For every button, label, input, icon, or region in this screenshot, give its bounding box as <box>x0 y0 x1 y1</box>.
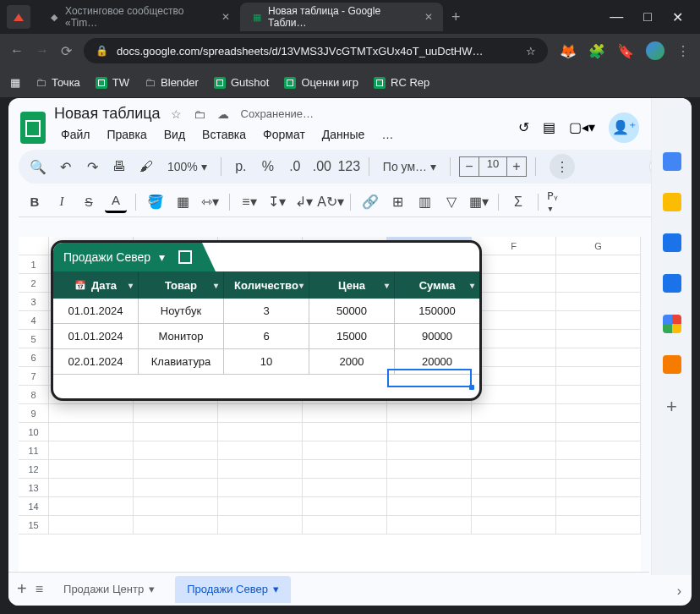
text-color-icon[interactable]: A <box>105 191 127 213</box>
row-number[interactable]: 6 <box>19 348 49 367</box>
cell[interactable] <box>303 460 387 479</box>
browser-tab-active[interactable]: ▦ Новая таблица - Google Табли… ✕ <box>240 3 443 31</box>
chevron-down-icon[interactable]: ▾ <box>385 281 389 290</box>
table-cell[interactable]: 3 <box>224 299 309 324</box>
borders-icon[interactable]: ▦ <box>172 191 194 213</box>
cell[interactable] <box>472 516 556 535</box>
cell[interactable] <box>303 516 387 535</box>
chevron-down-icon[interactable]: ▾ <box>299 281 304 290</box>
cell[interactable] <box>556 423 641 441</box>
font-size-increase[interactable]: + <box>506 156 527 177</box>
chevron-down-icon[interactable]: ▾ <box>214 281 218 290</box>
row-number[interactable]: 12 <box>19 460 49 479</box>
create-filter-icon[interactable]: ▽ <box>440 191 462 213</box>
close-window-icon[interactable]: ✕ <box>672 9 683 25</box>
currency-format-icon[interactable]: р. <box>230 156 252 178</box>
cell[interactable] <box>387 460 472 479</box>
bookmark-item[interactable]: RC Rep <box>374 76 429 89</box>
cloud-status-icon[interactable]: ☁ <box>217 107 229 121</box>
row-number[interactable]: 2 <box>19 274 49 293</box>
cell[interactable] <box>387 404 472 423</box>
row-number[interactable]: 5 <box>19 330 49 348</box>
cell[interactable] <box>134 497 218 516</box>
cell[interactable] <box>49 497 134 516</box>
table-cell[interactable]: 90000 <box>395 324 479 349</box>
menu-file[interactable]: Файл <box>54 124 96 145</box>
cell[interactable] <box>49 404 134 423</box>
cell[interactable] <box>472 293 556 311</box>
star-icon[interactable]: ☆ <box>526 45 536 58</box>
chevron-down-icon[interactable]: ▾ <box>159 250 165 264</box>
menu-format[interactable]: Формат <box>256 124 312 145</box>
menu-insert[interactable]: Вставка <box>195 124 253 145</box>
column-header[interactable]: G <box>556 237 641 255</box>
get-addons-icon[interactable]: + <box>666 396 677 418</box>
bookmark-icon[interactable]: 🔖 <box>617 43 634 59</box>
bookmark-item[interactable]: 🗀Blender <box>145 76 199 89</box>
cell[interactable] <box>387 423 472 441</box>
menu-edit[interactable]: Правка <box>100 124 153 145</box>
cell[interactable] <box>303 479 387 497</box>
cell[interactable] <box>472 386 556 404</box>
table-cell[interactable]: 01.01.2024 <box>53 324 139 349</box>
cell[interactable] <box>387 516 472 535</box>
browser-tab[interactable]: ◆ Хостинговое сообщество «Tim… ✕ <box>37 3 240 31</box>
maps-icon[interactable] <box>663 315 681 333</box>
search-menus-icon[interactable]: 🔍 <box>27 156 49 178</box>
sheets-logo-icon[interactable] <box>20 112 46 144</box>
table-header-date[interactable]: 📅Дата▾ <box>53 271 139 299</box>
reload-icon[interactable]: ⟳ <box>61 43 72 59</box>
forward-icon[interactable]: → <box>36 43 49 58</box>
cell[interactable] <box>49 441 134 460</box>
italic-icon[interactable]: I <box>51 191 73 213</box>
close-icon[interactable]: ✕ <box>424 11 433 23</box>
table-cell[interactable]: Монитор <box>139 324 224 349</box>
table-cell[interactable]: 50000 <box>309 299 395 324</box>
cell[interactable] <box>556 311 641 330</box>
cell[interactable] <box>556 441 641 460</box>
chevron-down-icon[interactable]: ▾ <box>273 583 279 595</box>
back-icon[interactable]: ← <box>10 43 24 58</box>
font-dropdown[interactable]: По ум… ▾ <box>378 160 441 173</box>
merge-cells-icon[interactable]: ⇿▾ <box>199 191 221 213</box>
cell[interactable] <box>387 497 472 516</box>
comments-icon[interactable]: ▤ <box>543 119 555 135</box>
undo-icon[interactable]: ↶ <box>54 156 76 178</box>
cell[interactable] <box>218 460 303 479</box>
cell[interactable] <box>556 255 641 274</box>
cell[interactable] <box>556 274 641 293</box>
move-folder-icon[interactable]: 🗀 <box>194 107 205 121</box>
star-icon[interactable]: ☆ <box>171 107 182 121</box>
cell[interactable] <box>218 423 303 441</box>
cell[interactable] <box>134 404 218 423</box>
add-sheet-button[interactable]: + <box>17 579 27 599</box>
chevron-down-icon[interactable]: ▾ <box>470 281 474 290</box>
cell[interactable] <box>556 348 641 367</box>
redo-icon[interactable]: ↷ <box>81 156 103 178</box>
decrease-decimal-icon[interactable]: .0 <box>284 156 306 178</box>
table-header-product[interactable]: Товар▾ <box>139 271 224 299</box>
cell[interactable] <box>472 348 556 367</box>
percent-format-icon[interactable]: % <box>257 156 279 178</box>
cell[interactable] <box>472 479 556 497</box>
cell[interactable] <box>556 460 641 479</box>
minimize-icon[interactable]: — <box>610 9 623 25</box>
row-number[interactable]: 7 <box>19 367 49 386</box>
cell[interactable] <box>472 367 556 386</box>
table-header-qty[interactable]: Количество▾ <box>224 271 309 299</box>
menu-view[interactable]: Вид <box>157 124 192 145</box>
cell[interactable] <box>556 386 641 404</box>
share-button[interactable]: 👤⁺ <box>609 112 639 143</box>
row-number[interactable]: 15 <box>19 516 49 535</box>
menu-more[interactable]: … <box>375 124 400 145</box>
bookmark-item[interactable]: Gutshot <box>214 76 270 89</box>
cell[interactable] <box>303 441 387 460</box>
menu-data[interactable]: Данные <box>315 124 372 145</box>
table-cell[interactable]: Клавиатура <box>139 349 224 375</box>
row-number[interactable]: 13 <box>19 479 49 497</box>
bookmark-item[interactable]: 🗀Точка <box>36 76 80 89</box>
row-number[interactable]: 14 <box>19 497 49 516</box>
column-header[interactable]: F <box>472 237 556 255</box>
cell[interactable] <box>218 441 303 460</box>
table-cell[interactable]: 01.01.2024 <box>53 299 139 324</box>
